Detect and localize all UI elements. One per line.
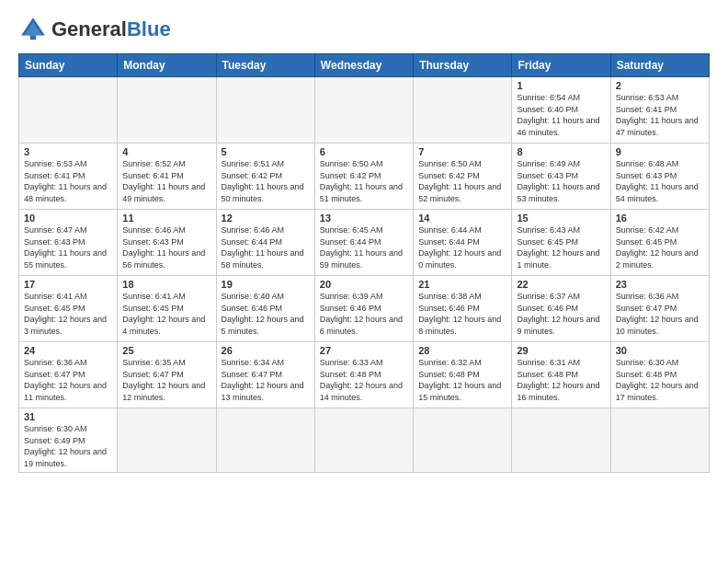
- calendar-cell: 15Sunrise: 6:43 AM Sunset: 6:45 PM Dayli…: [512, 210, 610, 276]
- day-info: Sunrise: 6:51 AM Sunset: 6:42 PM Dayligh…: [222, 158, 310, 204]
- day-number: 26: [222, 345, 310, 356]
- week-row-2: 3Sunrise: 6:53 AM Sunset: 6:41 PM Daylig…: [19, 144, 710, 210]
- logo: GeneralBlue: [18, 15, 171, 44]
- calendar-cell: 21Sunrise: 6:38 AM Sunset: 6:46 PM Dayli…: [414, 276, 512, 342]
- calendar-cell: 26Sunrise: 6:34 AM Sunset: 6:47 PM Dayli…: [216, 342, 314, 408]
- calendar-cell: 29Sunrise: 6:31 AM Sunset: 6:48 PM Dayli…: [512, 342, 610, 408]
- page: GeneralBlue SundayMondayTuesdayWednesday…: [0, 0, 728, 482]
- week-row-6: 31Sunrise: 6:30 AM Sunset: 6:49 PM Dayli…: [19, 408, 710, 473]
- day-info: Sunrise: 6:36 AM Sunset: 6:47 PM Dayligh…: [616, 291, 704, 337]
- calendar-cell: 14Sunrise: 6:44 AM Sunset: 6:44 PM Dayli…: [414, 210, 512, 276]
- day-number: 10: [24, 213, 112, 224]
- day-number: 21: [418, 279, 506, 290]
- day-number: 28: [418, 345, 506, 356]
- day-info: Sunrise: 6:44 AM Sunset: 6:44 PM Dayligh…: [418, 224, 506, 270]
- weekday-row: SundayMondayTuesdayWednesdayThursdayFrid…: [19, 54, 710, 77]
- calendar-cell: 12Sunrise: 6:46 AM Sunset: 6:44 PM Dayli…: [216, 210, 314, 276]
- calendar-cell: [414, 77, 512, 144]
- week-row-5: 24Sunrise: 6:36 AM Sunset: 6:47 PM Dayli…: [19, 342, 710, 408]
- day-info: Sunrise: 6:50 AM Sunset: 6:42 PM Dayligh…: [418, 158, 506, 204]
- calendar-cell: 10Sunrise: 6:47 AM Sunset: 6:43 PM Dayli…: [19, 210, 118, 276]
- day-info: Sunrise: 6:53 AM Sunset: 6:41 PM Dayligh…: [616, 92, 704, 138]
- svg-rect-2: [30, 35, 36, 40]
- day-info: Sunrise: 6:45 AM Sunset: 6:44 PM Dayligh…: [320, 224, 408, 270]
- weekday-header-tuesday: Tuesday: [216, 54, 314, 77]
- day-number: 22: [517, 279, 605, 290]
- calendar-cell: 18Sunrise: 6:41 AM Sunset: 6:45 PM Dayli…: [118, 276, 216, 342]
- calendar-cell: 20Sunrise: 6:39 AM Sunset: 6:46 PM Dayli…: [314, 276, 413, 342]
- day-number: 19: [222, 279, 310, 290]
- day-info: Sunrise: 6:43 AM Sunset: 6:45 PM Dayligh…: [517, 224, 605, 270]
- day-number: 17: [24, 279, 112, 290]
- day-number: 8: [517, 146, 605, 157]
- calendar-table: SundayMondayTuesdayWednesdayThursdayFrid…: [18, 53, 710, 473]
- header: GeneralBlue: [18, 15, 710, 44]
- day-info: Sunrise: 6:41 AM Sunset: 6:45 PM Dayligh…: [122, 291, 210, 337]
- day-info: Sunrise: 6:39 AM Sunset: 6:46 PM Dayligh…: [320, 291, 408, 337]
- calendar-cell: 31Sunrise: 6:30 AM Sunset: 6:49 PM Dayli…: [19, 408, 118, 473]
- day-number: 25: [122, 345, 210, 356]
- calendar-cell: 9Sunrise: 6:48 AM Sunset: 6:43 PM Daylig…: [610, 144, 709, 210]
- day-number: 18: [122, 279, 210, 290]
- calendar-cell: 23Sunrise: 6:36 AM Sunset: 6:47 PM Dayli…: [610, 276, 709, 342]
- day-number: 13: [320, 213, 408, 224]
- day-number: 12: [222, 213, 310, 224]
- calendar-cell: 6Sunrise: 6:50 AM Sunset: 6:42 PM Daylig…: [314, 144, 413, 210]
- calendar-cell: [414, 408, 512, 473]
- day-info: Sunrise: 6:31 AM Sunset: 6:48 PM Dayligh…: [517, 357, 605, 403]
- weekday-header-friday: Friday: [512, 54, 610, 77]
- day-number: 9: [616, 146, 704, 157]
- calendar-cell: 17Sunrise: 6:41 AM Sunset: 6:45 PM Dayli…: [19, 276, 118, 342]
- day-info: Sunrise: 6:37 AM Sunset: 6:46 PM Dayligh…: [517, 291, 605, 337]
- calendar-cell: 24Sunrise: 6:36 AM Sunset: 6:47 PM Dayli…: [19, 342, 118, 408]
- day-info: Sunrise: 6:38 AM Sunset: 6:46 PM Dayligh…: [418, 291, 506, 337]
- calendar-cell: [216, 408, 314, 473]
- day-number: 2: [616, 80, 704, 91]
- calendar-cell: 25Sunrise: 6:35 AM Sunset: 6:47 PM Dayli…: [118, 342, 216, 408]
- weekday-header-thursday: Thursday: [414, 54, 512, 77]
- weekday-header-saturday: Saturday: [610, 54, 709, 77]
- calendar-cell: 13Sunrise: 6:45 AM Sunset: 6:44 PM Dayli…: [314, 210, 413, 276]
- calendar-cell: [118, 408, 216, 473]
- day-info: Sunrise: 6:42 AM Sunset: 6:45 PM Dayligh…: [616, 224, 704, 270]
- day-info: Sunrise: 6:50 AM Sunset: 6:42 PM Dayligh…: [320, 158, 408, 204]
- weekday-header-wednesday: Wednesday: [314, 54, 413, 77]
- day-number: 31: [24, 411, 112, 422]
- day-number: 1: [517, 80, 605, 91]
- logo-blue: Blue: [127, 17, 171, 40]
- day-number: 7: [418, 146, 506, 157]
- calendar-cell: 16Sunrise: 6:42 AM Sunset: 6:45 PM Dayli…: [610, 210, 709, 276]
- calendar-cell: 3Sunrise: 6:53 AM Sunset: 6:41 PM Daylig…: [19, 144, 118, 210]
- calendar-cell: 27Sunrise: 6:33 AM Sunset: 6:48 PM Dayli…: [314, 342, 413, 408]
- day-info: Sunrise: 6:46 AM Sunset: 6:44 PM Dayligh…: [222, 224, 310, 270]
- calendar-cell: 2Sunrise: 6:53 AM Sunset: 6:41 PM Daylig…: [610, 77, 709, 144]
- day-info: Sunrise: 6:41 AM Sunset: 6:45 PM Dayligh…: [24, 291, 112, 337]
- day-info: Sunrise: 6:32 AM Sunset: 6:48 PM Dayligh…: [418, 357, 506, 403]
- day-number: 11: [122, 213, 210, 224]
- calendar-cell: 7Sunrise: 6:50 AM Sunset: 6:42 PM Daylig…: [414, 144, 512, 210]
- calendar-cell: 11Sunrise: 6:46 AM Sunset: 6:43 PM Dayli…: [118, 210, 216, 276]
- day-number: 5: [222, 146, 310, 157]
- calendar-header: SundayMondayTuesdayWednesdayThursdayFrid…: [19, 54, 710, 77]
- logo-general: GeneralBlue: [51, 17, 171, 40]
- day-number: 15: [517, 213, 605, 224]
- calendar-cell: [512, 408, 610, 473]
- day-info: Sunrise: 6:36 AM Sunset: 6:47 PM Dayligh…: [24, 357, 112, 403]
- day-info: Sunrise: 6:33 AM Sunset: 6:48 PM Dayligh…: [320, 357, 408, 403]
- day-number: 29: [517, 345, 605, 356]
- day-number: 23: [616, 279, 704, 290]
- calendar-cell: [610, 408, 709, 473]
- calendar-cell: 1Sunrise: 6:54 AM Sunset: 6:40 PM Daylig…: [512, 77, 610, 144]
- week-row-3: 10Sunrise: 6:47 AM Sunset: 6:43 PM Dayli…: [19, 210, 710, 276]
- calendar-cell: [216, 77, 314, 144]
- day-number: 16: [616, 213, 704, 224]
- logo-icon: [18, 15, 48, 44]
- day-number: 3: [24, 146, 112, 157]
- day-number: 6: [320, 146, 408, 157]
- logo-text: GeneralBlue: [51, 19, 171, 40]
- weekday-header-sunday: Sunday: [19, 54, 118, 77]
- calendar-cell: 5Sunrise: 6:51 AM Sunset: 6:42 PM Daylig…: [216, 144, 314, 210]
- calendar-cell: 8Sunrise: 6:49 AM Sunset: 6:43 PM Daylig…: [512, 144, 610, 210]
- day-info: Sunrise: 6:52 AM Sunset: 6:41 PM Dayligh…: [122, 158, 210, 204]
- day-number: 20: [320, 279, 408, 290]
